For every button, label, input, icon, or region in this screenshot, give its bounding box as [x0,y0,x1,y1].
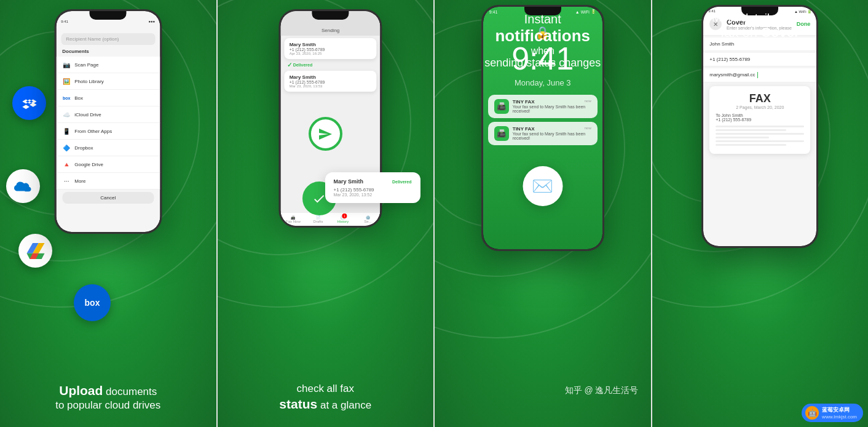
menu-icloud[interactable]: ☁️ iCloud Drive [56,106,160,123]
status-time: 9:41 [61,20,68,23]
fax-name-2: Mary Smith [290,74,372,80]
bottom-tabs-2: 📠Fax Now 📄Drafts 🕐 1 History ⚙️Se... [281,212,381,226]
to-label: To [716,113,720,118]
box-label: Box [74,95,83,101]
menu-scan[interactable]: 📷 Scan Page [56,57,160,73]
dropbox-menu-icon: 🔷 [62,143,71,152]
photo-icon: 🖼️ [62,77,71,86]
phone-screen-4: 9:41 ▲ WiFi 🔋 ✕ Cover Enter sender's inf… [703,7,816,246]
scan-icon: 📷 [62,60,71,69]
caption-glance: at a glance [317,399,371,411]
notif-app-name-1: TINY FAX [513,99,535,105]
gdrive-label: Google Drive [74,162,103,167]
float-card-name: Mary Smith [334,178,364,185]
phone-mockup-1: 9:41 ●●● Recipient Name (option) Documen… [54,9,162,234]
menu-box[interactable]: box Box [56,90,160,106]
recipient-field[interactable]: Recipient Name (option) [61,33,155,45]
tab-settings[interactable]: ⚙️Se... [355,215,381,223]
fax-line-1 [716,126,804,127]
notif-time-1: now [585,99,591,105]
fax-line-6 [716,144,786,146]
fax-line-2 [716,129,786,131]
status-icons-1: ●●● [148,20,155,23]
fax-doc-to: To John Smith +1 (212) 555-6789 [716,113,804,122]
panel-fax-status: Sending Mary Smith +1 (212) 555-6789 Apr… [218,0,434,427]
fax-card-mid[interactable]: Mary Smith +1 (212) 555-6789 Mar 23, 202… [285,71,377,92]
notif-text-1: Your fax send to Mary Smith has been rec… [513,105,591,113]
panel1-caption: Upload documents to popular cloud drives [0,382,216,412]
phone-screen-1: 9:41 ●●● Recipient Name (option) Documen… [56,11,160,232]
caption-when: when [435,46,651,57]
menu-dropbox[interactable]: 🔷 Dropbox [56,140,160,156]
notifications-area: 📠 TINY FAX now Your fax send to Mary Smi… [483,95,602,145]
fax-line-5 [716,140,804,142]
notif-content-2: TINY FAX now Your fax send to Mary Smith… [513,126,591,140]
notif-app-icon-2: 📠 [494,126,509,141]
panel4-top-caption: More details of the fax on Cover [652,11,869,41]
cancel-button[interactable]: Cancel [62,192,154,204]
caption-normal-1: documents [103,386,157,397]
fax-doc-lines [716,126,804,146]
email-field[interactable]: marysmith@gmail.cc [703,68,816,82]
menu-photo[interactable]: 🖼️ Photo Library [56,73,160,90]
menu-gdrive[interactable]: 🔺 Google Drive [56,156,160,173]
to-name: John Smith [722,113,743,118]
fax-line-3 [716,133,804,135]
caption-sub-1: to popular cloud drives [55,399,160,411]
menu-other-apps[interactable]: 📱 From Other Apps [56,123,160,140]
send-circle-1 [309,117,342,151]
tab-history[interactable]: 🕐 1 History [331,215,356,223]
notification-1: 📠 TINY FAX now Your fax send to Mary Smi… [488,95,598,118]
more-label: More [74,178,85,184]
gdrive-icon [18,234,52,268]
onedrive-icon [6,169,40,203]
tab-drafts[interactable]: 📄Drafts [306,215,331,223]
lock-date: Monday, June 3 [483,78,602,87]
caption-fax-cover: fax on Cover [652,25,869,41]
fax-document: FAX 2 Pages, March 20, 2020 To John Smit… [709,86,810,154]
float-delivered: Delivered [392,180,412,184]
float-card-date: Mar 23, 2020, 13:52 [334,193,412,197]
floating-fax-card: Mary Smith Delivered +1 (212) 555-6789 M… [325,172,420,203]
notif-app-name-2: TINY FAX [513,126,535,132]
notification-2: 📠 TINY FAX now Your fax send to Mary Smi… [488,122,598,145]
box-icon: box [74,284,111,321]
fax-card-top[interactable]: Mary Smith +1 (212) 555-6789 Apr 23, 202… [285,38,377,59]
fax-date-1: Apr 23, 2020, 16:25 [290,52,325,55]
delivered-section: ✓ Delivered [287,62,374,68]
fax-doc-subtitle: 2 Pages, March 20, 2020 [716,105,804,110]
gdrive-menu-icon: 🔺 [62,160,71,169]
lmkjst-badge: 🤖 蓝莓安卓网 www.lmkjst.com [802,404,863,422]
fax-doc-title: FAX [716,92,804,105]
caption-notifications: notifications [435,26,651,46]
lmkjst-url: www.lmkjst.com [822,414,857,420]
fax-name-1: Mary Smith [290,42,325,47]
menu-more[interactable]: ··· More [56,173,160,190]
lmkjst-name: 蓝莓安卓网 [822,406,857,414]
panel2-caption: check all fax status at a glance [218,382,434,412]
email-value: marysmith@gmail.cc [709,72,755,78]
box-menu-icon: box [62,94,71,102]
fax-phone-1: +1 (212) 555-6789 [290,47,325,52]
caption-check: check all fax [296,383,354,394]
tab-fax-now[interactable]: 📠Fax Now [281,215,306,223]
icloud-icon: ☁️ [62,110,71,119]
other-apps-icon: 📱 [62,127,71,135]
status-bar-1: 9:41 ●●● [61,20,155,23]
dropbox-icon [12,86,46,120]
caption-instant: Instant [435,12,651,26]
panel-cover: 9:41 ▲ WiFi 🔋 ✕ Cover Enter sender's inf… [652,0,869,427]
notif-text-2: Your fax send to Mary Smith has been rec… [513,132,591,140]
sending-label: Sending [322,28,339,33]
caption-cover-bold: Cover [761,25,799,40]
envelope-circle: ✉️ [523,166,562,206]
fax-phone-2: +1 (212) 555-6789 [290,80,372,84]
notif-content-1: TINY FAX now Your fax send to Mary Smith… [513,99,591,113]
phone-notch-2 [312,11,349,20]
scan-label: Scan Page [74,62,98,68]
notif-app-icon-1: 📠 [494,99,509,114]
fax-date-2: Mar 23, 2020, 13:53 [290,84,372,88]
panel-notifications: ✉️ 9:41 ▲WiFi🔋 🔒 9:41 Monday, June 3 📠 [435,0,651,427]
float-card-phone: +1 (212) 555-6789 [334,187,412,193]
phone-field[interactable]: +1 (212) 555-6789 [703,53,816,66]
